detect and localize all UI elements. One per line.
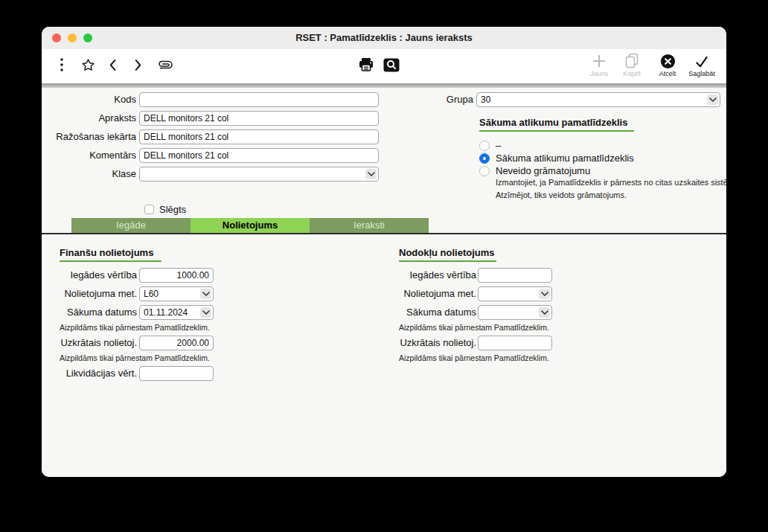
kods-input[interactable] (139, 92, 379, 107)
tab-bar: Iegāde Nolietojums Ieraksti (71, 218, 429, 233)
print-button[interactable] (357, 54, 375, 78)
finance-acq-value-label: Iegādes vērtība (42, 268, 137, 283)
app-window: RSET : Pamatlīdzeklis : Jauns ieraksts (42, 27, 726, 477)
tax-acq-value-input[interactable] (478, 268, 552, 283)
apraksts-label: Apraksts (42, 111, 136, 126)
preview-button[interactable] (383, 54, 400, 78)
back-button[interactable] (106, 54, 118, 78)
chevron-down-icon (365, 169, 377, 179)
tax-heading: Nodokļu nolietojums (399, 247, 495, 258)
finance-underline (60, 260, 161, 262)
radio-no-transaction-label: Neveido grāmatojumu (496, 165, 590, 177)
opening-balance-note-1: Izmantojiet, ja Pamatlīdzeklis ir pārnes… (496, 177, 726, 188)
finance-note-2: Aizpildāms tikai pārnestam Pamatlīdzekli… (60, 353, 275, 363)
finance-residual-input[interactable] (139, 366, 214, 381)
tax-accum-label: Uzkrātais nolietoj. (381, 336, 476, 350)
radio-no-transaction[interactable] (479, 166, 490, 176)
tax-start-date-label: Sākuma datums (381, 305, 476, 320)
radio-dash-label: – (496, 140, 501, 152)
finance-accum-input[interactable] (139, 336, 214, 350)
radio-opening-balance[interactable] (479, 153, 490, 164)
cancel-button[interactable]: Atcelt (651, 52, 684, 77)
grupa-label: Grupa (399, 92, 473, 107)
tax-method-label: Nolietojuma met. (381, 286, 476, 301)
finance-note-1: Aizpildāms tikai pārnestam Pamatlīdzekli… (60, 322, 275, 333)
radio-dash[interactable] (479, 141, 490, 151)
chevron-down-icon (539, 307, 550, 318)
toolbar: Jauns Kopēt Atcelt Saglabāt (42, 49, 726, 83)
cancel-x-icon (651, 52, 684, 70)
new-record-button[interactable]: Jauns (583, 52, 615, 77)
klase-select[interactable] (139, 167, 379, 182)
favorites-button[interactable] (79, 54, 97, 78)
finance-start-date-value: 01.11.2024 (144, 306, 188, 319)
copy-record-label: Kopēt (615, 70, 648, 77)
tax-accum-input[interactable] (478, 336, 552, 350)
printer-icon (358, 57, 374, 75)
finance-method-label: Nolietojuma met. (42, 286, 137, 301)
tab-nolietojums[interactable]: Nolietojums (191, 218, 310, 233)
window-title: RSET : Pamatlīdzeklis : Jauns ieraksts (42, 27, 726, 49)
check-icon (685, 52, 718, 70)
finance-accum-label: Uzkrātais nolietoj. (42, 336, 137, 350)
tax-underline (399, 260, 496, 262)
paperclip-icon (156, 59, 175, 74)
finance-residual-label: Likvidācijas vērt. (42, 366, 137, 381)
razosanas-iekarta-input[interactable] (139, 129, 379, 144)
tax-acq-value-label: Iegādes vērtība (381, 268, 476, 283)
new-record-label: Jauns (583, 70, 615, 77)
kods-label: Kods (42, 92, 136, 107)
tab-ieraksti[interactable]: Ieraksti (310, 218, 429, 233)
radio-opening-balance-label: Sākuma atlikumu pamatlīdzeklis (496, 153, 634, 164)
slegts-checkbox[interactable] (144, 205, 154, 214)
tax-method-select[interactable] (478, 286, 552, 301)
save-label: Saglabāt (685, 70, 718, 77)
cancel-label: Atcelt (651, 70, 684, 77)
grupa-select-value: 30 (481, 93, 490, 106)
tax-note-2: Aizpildāms tikai pārnestam Pamatlīdzekli… (399, 353, 615, 363)
opening-balance-underline (479, 130, 634, 132)
chevron-down-icon (200, 307, 211, 318)
chevron-left-icon (109, 59, 117, 74)
finance-start-date-label: Sākuma datums (42, 305, 137, 320)
tab-divider-line (42, 233, 726, 234)
chevron-down-icon (707, 94, 718, 105)
attachments-button[interactable] (155, 54, 176, 78)
komentars-label: Komentārs (42, 148, 136, 163)
plus-icon (583, 52, 615, 70)
klase-label: Klase (42, 167, 136, 182)
komentars-input[interactable] (139, 148, 379, 163)
razosanas-iekarta-label: Ražošanas iekārta (42, 129, 136, 144)
form-area: Kods Apraksts Ražošanas iekārta Komentār… (42, 88, 726, 477)
tax-note-1: Aizpildāms tikai pārnestam Pamatlīdzekli… (399, 322, 615, 333)
chevron-right-icon (134, 59, 142, 74)
opening-balance-note-2: Atzīmējot, tiks veidots grāmatojums. (496, 190, 726, 200)
finance-heading: Finanšu nolietojums (60, 247, 153, 258)
titlebar: RSET : Pamatlīdzeklis : Jauns ieraksts (42, 27, 726, 50)
kebab-menu-button[interactable] (55, 54, 68, 78)
tax-start-date-select[interactable] (478, 305, 552, 320)
finance-start-date-select[interactable]: 01.11.2024 (139, 305, 214, 320)
kebab-menu-icon (60, 57, 64, 76)
copy-record-button[interactable]: Kopēt (615, 52, 648, 77)
chevron-down-icon (200, 289, 211, 299)
finance-method-value: L60 (144, 287, 159, 301)
magnifier-icon (383, 58, 400, 75)
chevron-down-icon (539, 289, 550, 299)
grupa-select[interactable]: 30 (476, 92, 720, 107)
opening-balance-heading: Sākuma atlikumu pamatlīdzeklis (479, 117, 627, 128)
star-icon (80, 57, 96, 76)
forward-button[interactable] (132, 54, 144, 78)
slegts-label: Slēgts (159, 204, 186, 216)
copy-icon (615, 52, 648, 70)
tab-iegade[interactable]: Iegāde (71, 218, 191, 233)
apraksts-input[interactable] (139, 111, 379, 126)
save-button[interactable]: Saglabāt (685, 52, 718, 77)
finance-acq-value-input[interactable] (139, 268, 214, 283)
finance-method-select[interactable]: L60 (139, 286, 214, 301)
